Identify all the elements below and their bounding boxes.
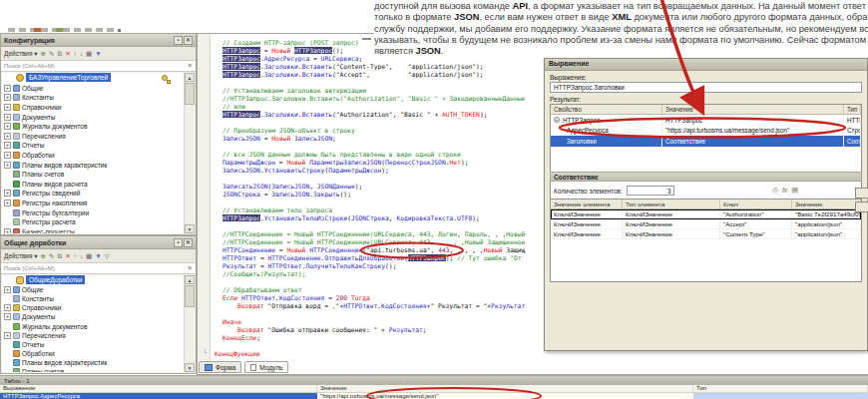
panel-pin-button[interactable]: ▪ bbox=[174, 36, 183, 45]
result-row-HTTPЗапрос[interactable]: +HTTPЗапросHTTPЗапросHTTPЗапрос bbox=[551, 115, 861, 126]
edit-icon[interactable]: ✎ bbox=[49, 50, 54, 58]
copy-icon[interactable]: ⧉ bbox=[57, 252, 62, 260]
expander-icon[interactable]: + bbox=[4, 304, 11, 311]
col-value[interactable]: Значение bbox=[792, 200, 861, 208]
expression-input[interactable]: HTTPЗапрос.Заголовки bbox=[550, 82, 862, 93]
tree-item-Планы видов характеристик[interactable]: +Планы видов характеристик bbox=[2, 160, 184, 170]
col-property[interactable]: Свойство bbox=[551, 105, 662, 114]
panel-close-button[interactable]: ✕ bbox=[184, 238, 193, 247]
configuration-panel-titlebar[interactable]: Конфигурация ▪ ✕ bbox=[1, 34, 196, 47]
expander-icon[interactable]: + bbox=[4, 123, 11, 130]
delete-icon[interactable]: ✕ bbox=[65, 252, 70, 260]
clear-search-icon[interactable]: ✕ bbox=[188, 62, 193, 70]
result-row-АдресРесурса[interactable]: АдресРесурса"https://api.turbosms.ua/mes… bbox=[551, 126, 861, 137]
col-element-type[interactable]: Тип элемента bbox=[623, 200, 720, 208]
tree-item-Отчеты[interactable]: +Отчеты bbox=[2, 141, 184, 151]
scroll-up-icon[interactable]: ▲ bbox=[185, 275, 195, 284]
filter-icon[interactable]: ▼ bbox=[95, 50, 101, 58]
edit-icon[interactable]: ✎ bbox=[49, 252, 54, 260]
expander-icon[interactable]: + bbox=[4, 94, 11, 101]
tree-item-Справочники[interactable]: +Справочники bbox=[2, 303, 184, 312]
col-type[interactable]: Тип bbox=[693, 385, 868, 392]
expander-icon[interactable]: + bbox=[4, 190, 11, 197]
add-icon[interactable]: ⊕ bbox=[41, 50, 46, 58]
watch-value-cell[interactable]: "https://api.turbosms.ua/message/send.js… bbox=[317, 393, 693, 399]
tree-item-Регистры бухгалтерии[interactable]: Регистры бухгалтерии bbox=[2, 207, 184, 217]
list-icon[interactable]: ▦ bbox=[86, 50, 92, 58]
scroll-up-icon[interactable]: ▲ bbox=[185, 73, 195, 82]
scroll-down-icon[interactable]: ▼ bbox=[185, 363, 195, 372]
col-value[interactable]: Значение bbox=[317, 385, 693, 392]
expander-icon[interactable]: + bbox=[4, 313, 11, 320]
count-field[interactable]: 3 bbox=[627, 186, 674, 196]
move-up-icon[interactable]: ↑ bbox=[74, 252, 77, 260]
tree-item-Планы видов характеристик[interactable]: Планы видов характеристик bbox=[2, 358, 184, 367]
move-down-icon[interactable]: ↓ bbox=[80, 50, 83, 58]
tree-item-Перечисления[interactable]: +Перечисления bbox=[2, 331, 184, 340]
configuration-search[interactable]: Поиск (Ctrl+Alt+M) ✕ bbox=[1, 61, 196, 72]
tree-item-Константы[interactable]: Константы bbox=[2, 294, 184, 303]
tree-item-Общие[interactable]: +Общие bbox=[2, 84, 184, 94]
scroll-thumb[interactable] bbox=[185, 285, 195, 307]
tree-root-custom[interactable]: ОбщиеДоработки bbox=[2, 275, 184, 284]
expander-icon[interactable]: + bbox=[4, 104, 11, 111]
result-row-Заголовки[interactable]: ЗаголовкиСоответствиеСоответствие bbox=[551, 136, 861, 147]
tree-item-Обработки[interactable]: +Обработки bbox=[2, 151, 184, 161]
tree-item-Обработки[interactable]: Обработки bbox=[2, 349, 184, 358]
match-row[interactable]: КлючИЗначениеКлючИЗначение"Content-Type"… bbox=[551, 229, 861, 239]
custom-scrollbar[interactable]: ▲ ▼ bbox=[184, 275, 195, 372]
watch-row[interactable]: HTTPЗапрос.АдресРесурса "https://api.tur… bbox=[0, 393, 868, 399]
tree-item-Бизнес-процессы[interactable]: +Бизнес-процессы bbox=[2, 227, 184, 234]
expander-icon[interactable]: + bbox=[4, 142, 11, 149]
delete-icon[interactable]: ✕ bbox=[65, 50, 70, 58]
tab-form[interactable]: Форма bbox=[199, 361, 241, 373]
match-row[interactable]: КлючИЗначениеКлючИЗначение"Authorization… bbox=[551, 209, 861, 219]
scroll-down-icon[interactable]: ▼ bbox=[185, 224, 195, 233]
watch-type-cell[interactable] bbox=[693, 393, 868, 399]
tree-item-Документы[interactable]: +Документы bbox=[2, 312, 184, 321]
expander-icon[interactable]: + bbox=[4, 152, 11, 159]
function-icon[interactable]: fx bbox=[782, 187, 787, 195]
col-key[interactable]: Ключ bbox=[720, 200, 792, 208]
panel-pin-button[interactable]: ▪ bbox=[174, 238, 183, 247]
filter-icon[interactable]: ▼ bbox=[95, 252, 101, 260]
move-up-icon[interactable]: ↑ bbox=[74, 50, 77, 58]
expander-icon[interactable]: + bbox=[4, 332, 11, 339]
tree-item-Регистры расчета[interactable]: Регистры расчета bbox=[2, 217, 184, 227]
tab-module[interactable]: Модуль bbox=[244, 361, 288, 373]
tree-item-Журналы документов[interactable]: +Журналы документов bbox=[2, 122, 184, 132]
expander-icon[interactable]: + bbox=[4, 228, 11, 233]
dialog-side-button[interactable] bbox=[855, 201, 868, 212]
expander-icon[interactable]: + bbox=[4, 162, 11, 169]
panel-close-button[interactable]: ✕ bbox=[184, 36, 193, 45]
tree-item-Документы[interactable]: +Документы bbox=[2, 112, 184, 122]
actions-menu-button[interactable]: Действия ▾ bbox=[4, 50, 38, 58]
move-down-icon[interactable]: ↓ bbox=[80, 252, 83, 260]
tree-item-Перечисления[interactable]: +Перечисления bbox=[2, 132, 184, 142]
tree-item-Справочники[interactable]: +Справочники bbox=[2, 103, 184, 113]
expander-icon[interactable]: + bbox=[4, 133, 11, 140]
list-icon[interactable]: ▦ bbox=[86, 252, 92, 260]
tree-item-Отчеты[interactable]: Отчеты bbox=[2, 340, 184, 349]
actions-menu-button[interactable]: Действия ▾ bbox=[4, 252, 38, 260]
expander-icon[interactable]: + bbox=[4, 85, 11, 92]
tree-root-configuration[interactable]: БАЗУправлениеТорговлей bbox=[2, 73, 184, 83]
tree-item-Планы счетов[interactable]: Планы счетов bbox=[2, 170, 184, 180]
col-value[interactable]: Значение bbox=[662, 105, 844, 114]
expander-icon[interactable]: + bbox=[4, 286, 11, 293]
custom-panel-search[interactable]: Поиск (Ctrl+Alt+M) ✕ bbox=[1, 263, 196, 274]
scroll-thumb[interactable] bbox=[185, 83, 195, 105]
dialog-side-button[interactable] bbox=[855, 188, 868, 199]
col-type[interactable]: Тип bbox=[844, 105, 861, 114]
tree-item-Константы[interactable]: +Константы bbox=[2, 93, 184, 103]
custom-panel-titlebar[interactable]: Общие доработки ▪ ✕ bbox=[1, 236, 196, 249]
match-row[interactable]: КлючИЗначениеКлючИЗначение"Accept""appli… bbox=[551, 219, 861, 229]
tree-item-Регистры сведений[interactable]: +Регистры сведений bbox=[2, 189, 184, 199]
expander-icon[interactable]: + bbox=[4, 200, 11, 206]
tree-item-Планы счетов[interactable]: Планы счетов bbox=[2, 367, 184, 372]
expand-icon[interactable]: + bbox=[554, 117, 560, 123]
tree-item-Журналы документов[interactable]: Журналы документов bbox=[2, 321, 184, 330]
print-icon[interactable]: ⎙ bbox=[772, 187, 778, 195]
add-icon[interactable]: ⊕ bbox=[41, 252, 46, 260]
book-icon[interactable]: ▤ bbox=[791, 187, 798, 195]
